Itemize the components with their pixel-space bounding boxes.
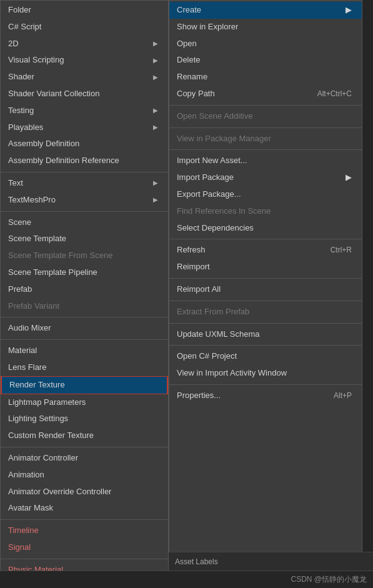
submenu-item-label: View in Import Activity Window [177,367,287,380]
menu-item-label: Animator Controller [8,452,78,465]
submenu-item-reimport[interactable]: Reimport [169,259,362,276]
submenu-item-refresh[interactable]: RefreshCtrl+R [169,242,362,259]
submenu-item-label: Copy Path [177,87,215,101]
menu-item-c-script[interactable]: C# Script [1,19,168,36]
menu-item-label: Shader [8,71,34,84]
menu-item-avatar-mask[interactable]: Avatar Mask [1,500,168,517]
menu-separator [1,172,168,172]
submenu-item-copy-path[interactable]: Copy PathAlt+Ctrl+C [169,86,362,102]
right-submenu-panel: Create▶Show in ExplorerOpenDeleteRenameC… [169,0,362,588]
submenu-item-label: Reimport All [177,283,221,296]
submenu-separator [169,105,362,106]
submenu-item-rename[interactable]: Rename [169,69,362,86]
submenu-arrow-icon: ▶ [153,56,158,66]
submenu-separator [169,301,362,301]
menu-item-scene-template-from-scene[interactable]: Scene Template From Scene [1,247,168,264]
submenu-separator [169,127,362,128]
asset-labels-text: Asset Labels [175,557,218,566]
menu-item-label: Lighting Settings [8,412,68,426]
menu-item-label: Animation [8,469,44,482]
menu-item-label: Signal [8,541,31,554]
submenu-arrow-icon: ▶ [153,195,158,205]
submenu-item-select-dependencies[interactable]: Select Dependencies [169,220,362,237]
menu-item-2d[interactable]: 2D▶ [1,36,168,52]
submenu-separator [169,278,362,279]
menu-item-label: TextMeshPro [8,194,56,207]
menu-item-render-texture[interactable]: Render Texture [1,376,168,394]
submenu-item-label: Export Package... [177,188,241,201]
submenu-item-open-scene-additive: Open Scene Additive [169,108,362,125]
bottom-bar: CSDN @恬静的小魔龙 [0,571,373,588]
submenu-item-open[interactable]: Open [169,36,362,52]
submenu-item-delete[interactable]: Delete [169,52,362,69]
submenu-item-show-in-explorer[interactable]: Show in Explorer [169,19,362,36]
menu-item-animation[interactable]: Animation [1,467,168,484]
submenu-item-view-in-import-activity-window[interactable]: View in Import Activity Window [169,365,362,382]
menu-separator [1,447,168,447]
submenu-item-label: Extract From Prefab [177,306,249,319]
menu-item-scene[interactable]: Scene [1,214,168,231]
submenu-item-label: Update UXML Schema [177,328,259,341]
menu-item-scene-template[interactable]: Scene Template [1,231,168,247]
menu-item-playables[interactable]: Playables▶ [1,119,168,136]
submenu-item-label: Show in Explorer [177,21,238,34]
menu-item-material[interactable]: Material [1,342,168,359]
menu-item-label: Prefab [8,283,32,296]
menu-item-label: Folder [8,4,31,17]
menu-item-testing[interactable]: Testing▶ [1,102,168,119]
submenu-item-label: Import New Asset... [177,154,247,167]
left-menu-panel: FolderC# Script2D▶Visual Scripting▶Shade… [0,0,169,588]
menu-item-label: Scene Template From Scene [8,249,112,262]
submenu-item-import-new-asset[interactable]: Import New Asset... [169,152,362,169]
submenu-item-label: View in Package Manager [177,132,271,146]
menu-item-assembly-definition[interactable]: Assembly Definition [1,136,168,152]
menu-item-assembly-definition-reference[interactable]: Assembly Definition Reference [1,152,168,169]
submenu-item-extract-from-prefab: Extract From Prefab [169,304,362,321]
submenu-item-label: Open [177,37,197,51]
menu-item-shader[interactable]: Shader▶ [1,69,168,86]
menu-item-scene-template-pipeline[interactable]: Scene Template Pipeline [1,264,168,281]
menu-item-audio-mixer[interactable]: Audio Mixer [1,320,168,337]
menu-item-prefab[interactable]: Prefab [1,281,168,298]
submenu-item-create[interactable]: Create▶ [169,2,362,19]
menu-item-signal[interactable]: Signal [1,539,168,556]
submenu-arrow-icon: ▶ [346,4,352,17]
menu-item-label: Text [8,177,23,190]
menu-item-lightmap-parameters[interactable]: Lightmap Parameters [1,394,168,411]
menu-item-label: C# Script [8,21,41,34]
submenu-item-open-c-project[interactable]: Open C# Project [169,348,362,365]
menu-item-shader-variant-collection[interactable]: Shader Variant Collection [1,86,168,102]
menu-item-lens-flare[interactable]: Lens Flare [1,359,168,376]
submenu-separator [169,345,362,346]
menu-item-timeline[interactable]: Timeline [1,522,168,539]
menu-item-prefab-variant[interactable]: Prefab Variant [1,298,168,315]
submenu-item-import-package[interactable]: Import Package▶ [169,169,362,186]
submenu-item-label: Reimport [177,261,210,274]
menu-item-label: Custom Render Texture [8,429,94,442]
submenu-item-export-package[interactable]: Export Package... [169,186,362,203]
menu-item-textmeshpro[interactable]: TextMeshPro▶ [1,192,168,209]
submenu-item-label: Rename [177,71,207,84]
submenu-arrow-icon: ▶ [346,171,352,184]
submenu-item-label: Select Dependencies [177,222,254,235]
menu-item-label: Timeline [8,524,39,537]
menu-item-lighting-settings[interactable]: Lighting Settings [1,411,168,427]
submenu-item-reimport-all[interactable]: Reimport All [169,281,362,298]
menu-item-custom-render-texture[interactable]: Custom Render Texture [1,427,168,444]
menu-item-label: Assembly Definition Reference [8,154,119,167]
menu-item-folder[interactable]: Folder [1,2,168,19]
submenu-separator [169,149,362,150]
submenu-item-properties[interactable]: Properties...Alt+P [169,387,362,404]
menu-item-animator-override-controller[interactable]: Animator Override Controller [1,484,168,501]
menu-item-label: Assembly Definition [8,137,79,151]
watermark-text: CSDN @恬静的小魔龙 [291,574,367,585]
submenu-separator [169,384,362,385]
asset-label-area: Asset Labels [169,552,373,571]
submenu-item-update-uxml-schema[interactable]: Update UXML Schema [169,326,362,343]
submenu-item-view-in-package-manager: View in Package Manager [169,131,362,147]
menu-item-text[interactable]: Text▶ [1,175,168,192]
submenu-separator [169,323,362,324]
menu-item-label: 2D [8,37,19,51]
menu-item-animator-controller[interactable]: Animator Controller [1,450,168,467]
menu-item-visual-scripting[interactable]: Visual Scripting▶ [1,52,168,69]
